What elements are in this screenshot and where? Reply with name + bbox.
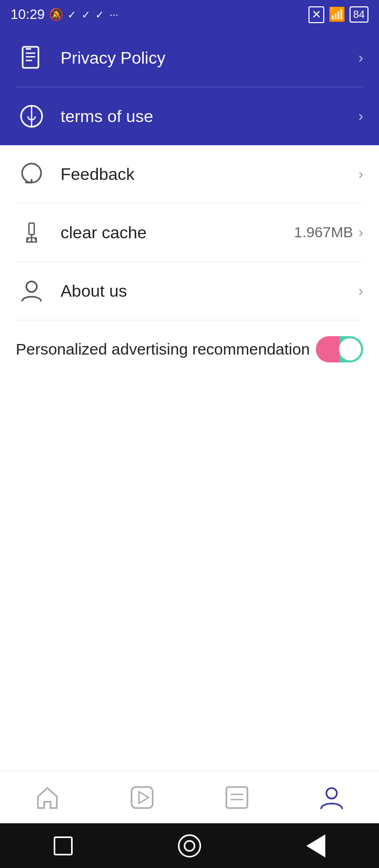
more-icon: ··· bbox=[109, 8, 118, 21]
x-icon: ✕ bbox=[308, 6, 324, 23]
clear-cache-icon bbox=[16, 217, 47, 248]
clear-cache-item[interactable]: clear cache 1.967MB › bbox=[0, 204, 379, 261]
nav-profile[interactable] bbox=[311, 776, 353, 819]
menu-container: Privacy Policy › terms of use › bbox=[0, 29, 379, 378]
about-us-chevron: › bbox=[358, 282, 363, 299]
toggle-knob bbox=[339, 338, 361, 360]
personalized-ads-toggle[interactable] bbox=[316, 336, 363, 362]
privacy-policy-item[interactable]: Privacy Policy › bbox=[0, 29, 379, 87]
triangle-icon bbox=[306, 834, 325, 857]
circle-icon bbox=[178, 834, 201, 857]
nav-list[interactable] bbox=[216, 776, 258, 819]
about-us-icon bbox=[16, 275, 47, 307]
nav-home[interactable] bbox=[26, 776, 68, 819]
svg-point-17 bbox=[26, 281, 37, 292]
feedback-icon bbox=[16, 158, 47, 190]
terms-icon bbox=[16, 100, 47, 132]
svg-marker-19 bbox=[139, 792, 148, 803]
svg-rect-20 bbox=[226, 787, 247, 808]
clear-cache-value: 1.967MB bbox=[294, 224, 353, 241]
mute-icon: 🔕 bbox=[49, 8, 63, 22]
check-icons: ✓ ✓ ✓ bbox=[67, 8, 105, 21]
status-time: 10:29 bbox=[11, 6, 45, 23]
feedback-item[interactable]: Feedback › bbox=[0, 145, 379, 203]
square-icon bbox=[54, 836, 73, 855]
wifi-icon: 📶 bbox=[328, 6, 345, 23]
terms-chevron: › bbox=[358, 108, 363, 125]
battery-indicator: 84 bbox=[350, 6, 368, 23]
status-icons: ✕ 📶 84 bbox=[308, 6, 368, 23]
personalized-ads-row: Personalized advertising recommendation bbox=[0, 320, 379, 378]
android-home-btn[interactable] bbox=[176, 833, 203, 859]
privacy-policy-icon bbox=[16, 42, 47, 74]
about-us-item[interactable]: About us › bbox=[0, 262, 379, 320]
feedback-chevron: › bbox=[358, 166, 363, 183]
white-content-area: Feedback › clear cache 1.967MB › bbox=[0, 145, 379, 378]
bottom-nav bbox=[0, 771, 379, 823]
android-nav-bar bbox=[0, 823, 379, 868]
clear-cache-label: clear cache bbox=[61, 223, 294, 243]
privacy-policy-label: Privacy Policy bbox=[61, 48, 358, 68]
status-bar: 10:29 🔕 ✓ ✓ ✓ ··· ✕ 📶 84 bbox=[0, 0, 379, 29]
terms-of-use-item[interactable]: terms of use › bbox=[0, 87, 379, 145]
svg-rect-10 bbox=[29, 223, 34, 235]
nav-play[interactable] bbox=[121, 776, 163, 819]
status-left: 10:29 🔕 ✓ ✓ ✓ ··· bbox=[11, 6, 118, 23]
clear-cache-chevron: › bbox=[358, 224, 363, 241]
personalized-ads-label: Personalized advertising recommendation bbox=[16, 340, 316, 358]
about-us-label: About us bbox=[61, 281, 358, 301]
android-back-btn[interactable] bbox=[303, 833, 329, 859]
svg-point-23 bbox=[326, 788, 337, 799]
terms-label: terms of use bbox=[61, 107, 358, 126]
android-square-btn[interactable] bbox=[50, 833, 76, 859]
privacy-policy-chevron: › bbox=[358, 49, 363, 66]
feedback-label: Feedback bbox=[61, 165, 358, 184]
inner-circle-icon bbox=[184, 840, 195, 852]
